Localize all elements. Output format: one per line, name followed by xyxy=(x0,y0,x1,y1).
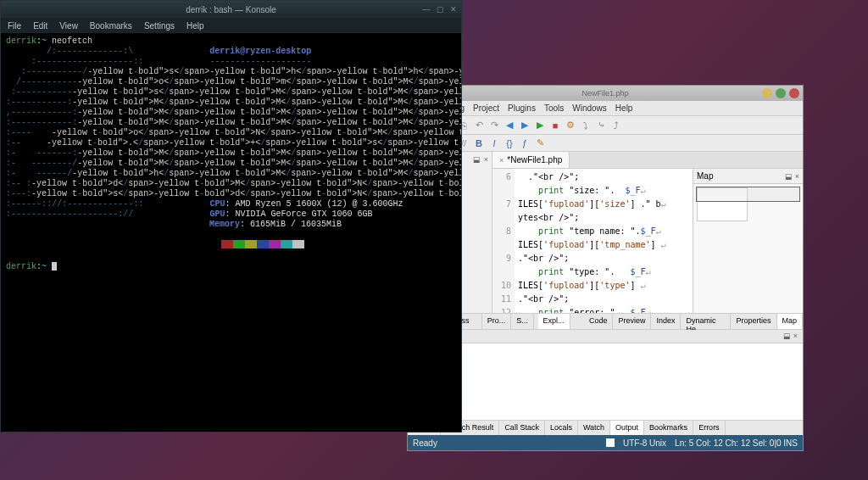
terminal-menubar: File Edit View Bookmarks Settings Help xyxy=(1,18,461,33)
menu-plugins[interactable]: Plugins xyxy=(508,103,536,113)
tab-bookmarks[interactable]: Bookmarks xyxy=(644,421,693,435)
bold-icon[interactable]: B xyxy=(472,137,486,150)
run-icon[interactable]: ▶ xyxy=(533,119,547,132)
tab-project[interactable]: Pro... xyxy=(482,314,512,329)
ide-bottom-tabs: Struct... Class V... Pro... S... Expl...… xyxy=(408,313,803,330)
undo-icon[interactable]: ↶ xyxy=(472,119,486,132)
tab-s[interactable]: S... xyxy=(511,314,534,329)
map-header: Map ⬓ × xyxy=(693,169,803,184)
map-close-icon[interactable]: ⬓ × xyxy=(785,172,799,181)
tab-explorer[interactable]: Expl... xyxy=(538,314,570,329)
redo-icon[interactable]: ↷ xyxy=(487,119,501,132)
ide-toolbar: ▦ 📂 💾 ⎘ ↶ ↷ ◀ ▶ ▶ ■ ⚙ ⤵ ⤷ ⤴ xyxy=(408,116,803,135)
terminal-titlebar[interactable]: derrik : bash — Konsole — ▢ ✕ xyxy=(1,1,461,18)
ide-title: NewFile1.php xyxy=(581,89,628,98)
tab-callstack[interactable]: Call Stack xyxy=(499,421,545,435)
tab-output[interactable]: Output xyxy=(610,421,644,435)
ide-window: NewFile1.php View Debug Project Plugins … xyxy=(407,85,804,451)
output-close-icon[interactable]: ⬓ × xyxy=(783,332,798,341)
panel-pin-icon[interactable]: ⬓ xyxy=(473,155,481,164)
tab-preview[interactable]: Preview xyxy=(613,314,651,329)
step-over-icon[interactable]: ⤵ xyxy=(579,119,593,132)
editor-code[interactable]: ."<br />"; print "size: ". $_F↵ ILES['fu… xyxy=(515,169,693,313)
ide-code-row: 6 7 8 9 101112 13 14 ."<br />"; print "s… xyxy=(492,169,803,313)
tab-code[interactable]: Code xyxy=(584,314,614,329)
ide-menubar: View Debug Project Plugins Tools Windows… xyxy=(408,101,803,116)
forward-icon[interactable]: ▶ xyxy=(518,119,531,132)
menu-settings[interactable]: Settings xyxy=(144,21,175,31)
maximize-icon[interactable] xyxy=(776,88,786,98)
minimap-viewport[interactable] xyxy=(696,187,800,202)
encoding-icon[interactable] xyxy=(606,438,615,447)
map-panel: Map ⬓ × xyxy=(693,169,803,313)
tab-close-icon[interactable]: × xyxy=(499,156,504,165)
minimize-icon[interactable] xyxy=(762,88,772,98)
ide-window-controls xyxy=(762,88,799,98)
terminal-body[interactable]: derrik:~ neofetch /:-------------:\ derr… xyxy=(1,33,461,432)
map-title: Map xyxy=(697,171,713,181)
maximize-icon[interactable]: ▢ xyxy=(436,5,444,14)
output-panel[interactable] xyxy=(408,343,803,420)
close-icon[interactable]: ✕ xyxy=(449,5,458,14)
ide-main: ⬓ × Servers × *NewFile1.php 6 7 8 9 1011… xyxy=(408,152,803,313)
menu-file[interactable]: File xyxy=(8,21,21,31)
map-body[interactable] xyxy=(693,184,803,313)
menu-tools[interactable]: Tools xyxy=(544,103,564,113)
window-controls: — ▢ ✕ xyxy=(422,5,458,14)
close-icon[interactable] xyxy=(789,88,799,98)
status-ready: Ready xyxy=(413,438,437,448)
menu-edit[interactable]: Edit xyxy=(33,21,47,31)
tab-locals[interactable]: Locals xyxy=(545,421,578,435)
menu-windows[interactable]: Windows xyxy=(572,103,607,113)
minimize-icon[interactable]: — xyxy=(422,5,431,14)
editor-tab[interactable]: × *NewFile1.php xyxy=(492,152,570,168)
terminal-title: derrik : bash — Konsole xyxy=(186,5,276,14)
tab-map[interactable]: Map xyxy=(777,314,804,329)
menu-help[interactable]: Help xyxy=(615,103,633,113)
tab-errors[interactable]: Errors xyxy=(693,421,726,435)
ide-titlebar[interactable]: NewFile1.php xyxy=(408,86,803,101)
code-icon[interactable]: {} xyxy=(503,137,516,150)
tab-label: *NewFile1.php xyxy=(507,155,562,165)
menu-bookmarks[interactable]: Bookmarks xyxy=(90,21,132,31)
ide-output-tabs: TODO Search Result Call Stack Locals Wat… xyxy=(408,420,803,435)
italic-icon[interactable]: I xyxy=(487,137,501,150)
debug-icon[interactable]: ⚙ xyxy=(564,119,577,132)
step-into-icon[interactable]: ⤷ xyxy=(594,119,608,132)
tab-dynamic[interactable]: Dynamic He... xyxy=(681,314,731,329)
menu-view[interactable]: View xyxy=(59,21,78,31)
tab-properties[interactable]: Properties xyxy=(731,314,776,329)
panel-close-icon[interactable]: × xyxy=(484,155,488,164)
step-out-icon[interactable]: ⤴ xyxy=(609,119,623,132)
editor-gutter: 6 7 8 9 101112 13 14 xyxy=(492,169,515,313)
brush-icon[interactable]: ✎ xyxy=(533,137,547,150)
ide-statusbar: Ready UTF-8 Unix Ln: 5 Col: 12 Ch: 12 Se… xyxy=(408,435,803,450)
menu-help[interactable]: Help xyxy=(186,21,204,31)
status-position: Ln: 5 Col: 12 Ch: 12 Sel: 0|0 INS xyxy=(675,438,798,448)
tab-watch[interactable]: Watch xyxy=(578,421,610,435)
back-icon[interactable]: ◀ xyxy=(503,119,516,132)
ide-toolbar-secondary: ≡ ⇥ ⇤ // B I {} ƒ ✎ xyxy=(408,135,803,152)
output-header: Output ⬓ × xyxy=(408,330,803,343)
terminal-window: derrik : bash — Konsole — ▢ ✕ File Edit … xyxy=(0,0,462,433)
stop-icon[interactable]: ■ xyxy=(548,119,562,132)
menu-project[interactable]: Project xyxy=(473,103,499,113)
status-encoding: UTF-8 Unix xyxy=(623,438,666,448)
ide-tabstrip: × *NewFile1.php xyxy=(492,152,803,169)
tab-index[interactable]: Index xyxy=(651,314,681,329)
format-icon[interactable]: ƒ xyxy=(518,137,531,150)
ide-editor-area: × *NewFile1.php 6 7 8 9 101112 13 14 ."<… xyxy=(492,152,803,313)
